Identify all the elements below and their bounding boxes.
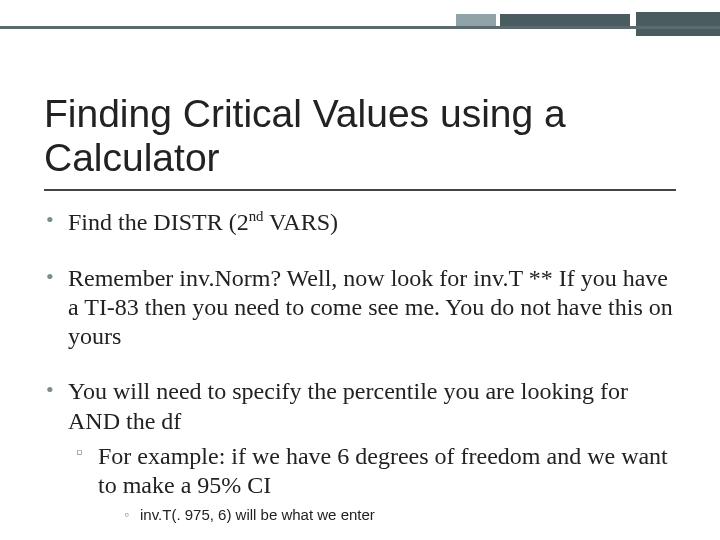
superscript: nd xyxy=(249,208,264,224)
sub-bullet-item: For example: if we have 6 degrees of fre… xyxy=(44,442,676,525)
title-underline xyxy=(44,189,676,191)
slide: Finding Critical Values using a Calculat… xyxy=(0,0,720,540)
bullet-item: Remember inv.Norm? Well, now look for in… xyxy=(44,264,676,352)
sub-sub-bullet-text: inv.T(. 975, 6) will be what we enter xyxy=(140,506,375,523)
bullet-text: VARS) xyxy=(264,209,338,235)
header-rule xyxy=(0,26,720,29)
slide-body: Find the DISTR (2nd VARS) Remember inv.N… xyxy=(44,207,676,524)
sub-bullet-text: For example: if we have 6 degrees of fre… xyxy=(98,443,668,498)
sub-sub-bullet-item: inv.T(. 975, 6) will be what we enter xyxy=(44,506,676,524)
bullet-item: You will need to specify the percentile … xyxy=(44,377,676,524)
bullet-item: Find the DISTR (2nd VARS) xyxy=(44,207,676,237)
deco-block xyxy=(636,12,720,36)
bullet-text: Find the DISTR (2 xyxy=(68,209,249,235)
bullet-text: Remember inv.Norm? Well, now look for in… xyxy=(68,265,673,350)
slide-title: Finding Critical Values using a Calculat… xyxy=(44,92,676,179)
bullet-text: You will need to specify the percentile … xyxy=(68,378,628,433)
